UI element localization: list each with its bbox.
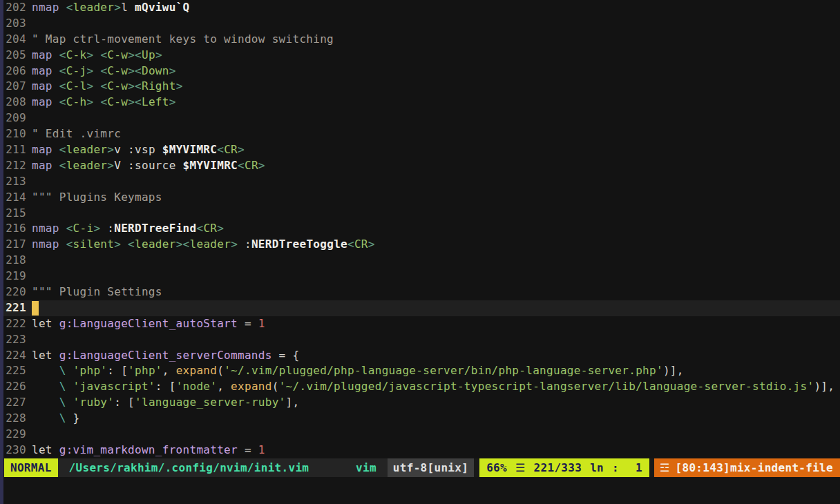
token-txt: ], [286,395,300,411]
left-edge-separator [0,0,3,504]
code-line[interactable]: 229 [0,427,840,443]
code-line[interactable]: 219 [0,269,840,284]
token-br: < [100,48,107,64]
token-fn: expand [231,379,272,395]
token-txt [59,237,66,253]
line-number: 218 [6,253,26,269]
token-txt [32,411,59,427]
editor-buffer[interactable]: 202nmap <leader>l mQviwu`Q203204" Map ct… [0,0,840,458]
code-line[interactable]: 204" Map ctrl-movement keys to window sw… [0,32,840,48]
whitespace-warning: ☲ [80:143]mix-indent-file [654,458,840,477]
token-txt: = [238,443,258,458]
line-number: 203 [6,16,26,32]
code-text[interactable]: map <leader>V :source $MYVIMRC<CR> [32,158,265,174]
token-txt [52,95,59,110]
token-br: < [100,79,107,95]
token-br: < [196,221,203,237]
code-line[interactable]: 209 [0,110,840,126]
token-str: 'node' [176,379,218,395]
token-sp: CR [354,237,368,253]
token-txt: v :vsp [114,142,162,158]
token-br: > [93,221,100,237]
token-kw: nmap [32,221,59,237]
code-text[interactable]: nmap <leader>l mQviwu`Q [32,0,190,16]
code-text[interactable]: let g:vim_markdown_frontmatter = 1 [32,443,265,458]
code-text[interactable]: """ Plugin Settings [32,284,162,300]
code-text[interactable]: \ } [32,411,80,427]
token-esc: \ [59,379,66,395]
token-sp: C-i [73,221,94,237]
token-sp: silent [73,237,115,253]
token-com: """ Plugins Keymaps [32,190,162,206]
code-line[interactable]: 226 \ 'javascript': ['node', expand('~/.… [0,379,840,395]
code-line[interactable]: 227 \ 'ruby': ['language_server-ruby'], [0,395,840,411]
token-br: > [107,158,114,174]
token-sp: leader [66,142,108,158]
code-text[interactable]: \ 'ruby': ['language_server-ruby'], [32,395,299,411]
token-sp: Right [142,79,176,95]
token-sp: C-k [66,48,87,64]
code-text[interactable]: map <leader>v :vsp $MYVIMRC<CR> [32,142,245,158]
code-line[interactable]: 206map <C-j> <C-w><Down> [0,64,840,79]
code-text[interactable]: map <C-j> <C-w><Down> [32,64,176,79]
token-txt [32,363,59,379]
code-line[interactable]: 203 [0,16,840,32]
code-text[interactable]: \ 'javascript': ['node', expand('~/.vim/… [32,379,834,395]
code-text[interactable]: " Edit .vimrc [32,126,121,142]
code-line[interactable]: 225 \ 'php': ['php', expand('~/.vim/plug… [0,363,840,379]
code-line[interactable]: 221 [0,300,840,316]
line-number: 225 [6,363,26,379]
token-txt: , [162,363,176,379]
token-sp: C-w [107,48,128,64]
code-text[interactable]: let g:LanguageClient_autoStart = 1 [32,316,265,332]
code-line[interactable]: 223 [0,332,840,348]
code-line[interactable]: 213 [0,174,840,190]
code-text[interactable]: """ Plugins Keymaps [32,190,162,206]
code-text[interactable]: nmap <C-i> :NERDTreeFind<CR> [32,221,224,237]
code-line[interactable]: 218 [0,253,840,269]
code-text[interactable]: " Map ctrl-movement keys to window switc… [32,32,334,48]
code-text[interactable]: map <C-h> <C-w><Left> [32,95,176,110]
code-text[interactable]: \ 'php': ['php', expand('~/.vim/plugged/… [32,363,684,379]
code-text[interactable]: nmap <silent> <leader><leader> :NERDTree… [32,237,375,253]
token-txt: V :source [114,158,182,174]
token-sp: C-h [66,95,87,110]
code-text[interactable] [32,300,39,316]
code-line[interactable]: 214""" Plugins Keymaps [0,190,840,206]
code-line[interactable]: 207map <C-l> <C-w><Right> [0,79,840,95]
code-line[interactable]: 217nmap <silent> <leader><leader> :NERDT… [0,237,840,253]
warning-text: [80:143]mix-indent-file [676,461,833,474]
token-num: 1 [258,443,265,458]
code-line[interactable]: 230let g:vim_markdown_frontmatter = 1 [0,443,840,458]
token-var: g:LanguageClient_serverCommands [59,348,272,364]
command-line[interactable] [0,477,840,504]
code-line[interactable]: 205map <C-k> <C-w><Up> [0,48,840,64]
code-text[interactable]: map <C-l> <C-w><Right> [32,79,183,95]
code-line[interactable]: 216nmap <C-i> :NERDTreeFind<CR> [0,221,840,237]
code-line[interactable]: 215 [0,206,840,222]
line-number: 202 [6,0,26,16]
token-txt [121,237,128,253]
code-line[interactable]: 202nmap <leader>l mQviwu`Q [0,0,840,16]
code-line[interactable]: 212map <leader>V :source $MYVIMRC<CR> [0,158,840,174]
code-line[interactable]: 210" Edit .vimrc [0,126,840,142]
token-br: > [87,95,94,110]
line-number: 211 [6,142,26,158]
token-br: < [66,237,73,253]
code-line[interactable]: 228 \ } [0,411,840,427]
token-txt: = { [272,348,300,364]
token-txt: , [217,379,231,395]
filetype-label: vim [356,461,376,474]
token-kw: nmap [32,237,59,253]
code-line[interactable]: 211map <leader>v :vsp $MYVIMRC<CR> [0,142,840,158]
code-line[interactable]: 224let g:LanguageClient_serverCommands =… [0,348,840,364]
token-sp: C-w [107,79,128,95]
code-line[interactable]: 208map <C-h> <C-w><Left> [0,95,840,110]
code-text[interactable]: let g:LanguageClient_serverCommands = { [32,348,299,364]
code-text[interactable]: map <C-k> <C-w><Up> [32,48,162,64]
token-br: > [169,64,176,79]
code-line[interactable]: 220""" Plugin Settings [0,284,840,300]
token-txt: let [32,316,59,332]
code-line[interactable]: 222let g:LanguageClient_autoStart = 1 [0,316,840,332]
token-br: > [87,79,94,95]
